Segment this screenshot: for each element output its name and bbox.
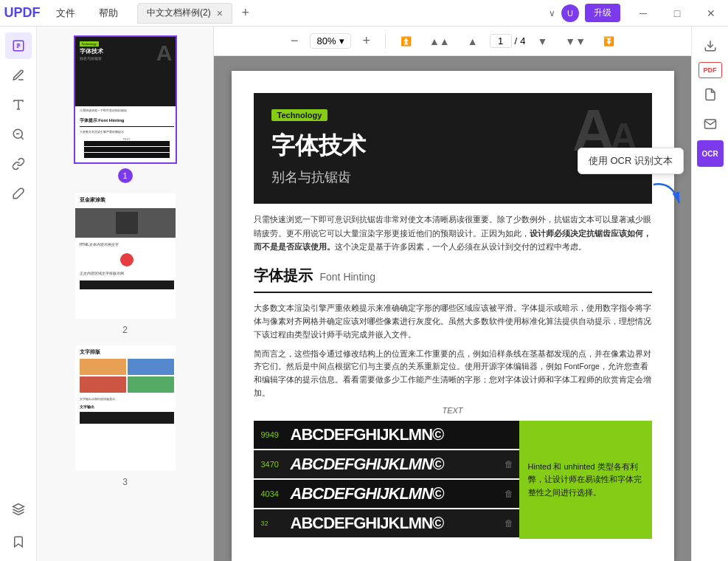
text-label: TEXT bbox=[254, 406, 652, 415]
ocr-label: OCR bbox=[701, 150, 718, 158]
thumbnail-3-number: 3 bbox=[122, 477, 128, 487]
strip-4-icon: 🗑 bbox=[505, 518, 513, 529]
font-info-text: Hinted 和 unhinted 类型各有利弊，让设计师在易读性和字体完整性之… bbox=[528, 461, 643, 500]
strip-4-num: 32 bbox=[261, 520, 291, 527]
titlebar: UPDF 文件 帮助 中文文档样例(2) × + ∨ U 升级 ─ □ ✕ bbox=[0, 0, 728, 27]
sidebar-icon-link[interactable] bbox=[5, 151, 32, 177]
strip-2-num: 3470 bbox=[261, 460, 291, 469]
ocr-tooltip: 使用 OCR 识别文本 bbox=[578, 148, 684, 174]
section-heading: 字体提示 Font Hinting bbox=[254, 266, 652, 286]
download-icon-btn[interactable] bbox=[697, 32, 724, 59]
nav-prev-button[interactable]: ▲ bbox=[462, 32, 484, 50]
page-separator: / bbox=[515, 35, 518, 47]
nav-prev-big-button[interactable]: ▲▲ bbox=[423, 32, 456, 50]
menu-file[interactable]: 文件 bbox=[44, 0, 87, 27]
nav-first-button[interactable]: ⏫ bbox=[395, 33, 417, 49]
zoom-level-text: 80% bbox=[316, 35, 336, 47]
nav-next-big-button[interactable]: ▼▼ bbox=[559, 32, 592, 50]
font-strip-4: 32 ABCDEFGHIJKLMN© 🗑 bbox=[254, 509, 519, 537]
window-controls: U 升级 ─ □ ✕ bbox=[561, 0, 728, 27]
thumbnail-1[interactable]: Technology 字体技术 别名与抗锯齿 A 只需快速浏览一下即可意识到抗锯… bbox=[74, 35, 177, 183]
strip-1-text: ABCDEFGHIJKLMN© bbox=[291, 425, 444, 444]
font-strip-1: 9949 ABCDEFGHIJKLMN© bbox=[254, 421, 519, 449]
zoom-level-selector[interactable]: 80% ▾ bbox=[310, 33, 350, 49]
strip-1-num: 9949 bbox=[261, 430, 291, 439]
ocr-icon-btn[interactable]: OCR bbox=[697, 140, 724, 167]
sidebar-icon-layers[interactable] bbox=[5, 496, 32, 523]
font-demo-area: 9949 ABCDEFGHIJKLMN© 3470 ABCDEFGHIJKLMN… bbox=[254, 421, 652, 539]
minimize-button[interactable]: ─ bbox=[626, 0, 660, 27]
page-indicator: / 4 bbox=[490, 34, 526, 48]
new-tab-button[interactable]: + bbox=[235, 3, 256, 24]
section-title-en: Font Hinting bbox=[320, 271, 375, 283]
menu-help[interactable]: 帮助 bbox=[87, 0, 130, 27]
right-panel: PDF OCR bbox=[691, 27, 728, 561]
tab-bar: 中文文档样例(2) × + ∨ bbox=[130, 3, 561, 24]
mail-icon-btn[interactable] bbox=[697, 111, 724, 137]
strip-2-text: ABCDEFGHIJKLMN© bbox=[291, 455, 444, 474]
ocr-arrow bbox=[650, 177, 687, 214]
body-paragraph-1: 大多数文本渲染引擎严重依赖提示来准确确定字形的哪些区域应该被平滑。字体提示或暗示… bbox=[254, 302, 652, 342]
pdf-convert-icon-btn[interactable]: PDF bbox=[698, 62, 722, 78]
svg-marker-9 bbox=[13, 504, 24, 510]
sidebar-icon-text[interactable] bbox=[5, 92, 32, 118]
thumbnail-2[interactable]: 亚金家涂装 HTML文本内容示例文字 正文内容区域文字排版示例 2 bbox=[74, 192, 177, 335]
sidebar-icon-annotate[interactable] bbox=[5, 62, 32, 89]
content-area: − 80% ▾ + ⏫ ▲▲ ▲ / 4 ▼ ▼▼ ⏬ Te bbox=[214, 27, 691, 561]
strip-3-num: 4034 bbox=[261, 489, 291, 498]
document-tab[interactable]: 中文文档样例(2) × bbox=[137, 3, 232, 24]
close-button[interactable]: ✕ bbox=[694, 0, 728, 27]
font-strip-3: 4034 ABCDEFGHIJKLMN© 🗑 bbox=[254, 480, 519, 508]
intro-paragraph: 只需快速浏览一下即可意识到抗锯齿非常对使文本清晰易读很重要。除了少数例外，抗锯齿… bbox=[254, 213, 652, 254]
intro-section: 只需快速浏览一下即可意识到抗锯齿非常对使文本清晰易读很重要。除了少数例外，抗锯齿… bbox=[254, 204, 652, 254]
strip-2-icon: 🗑 bbox=[505, 459, 513, 469]
file-icon-btn[interactable] bbox=[697, 81, 724, 108]
tab-title: 中文文档样例(2) bbox=[147, 7, 211, 19]
section-divider bbox=[254, 292, 652, 293]
body-paragraph-2: 简而言之，这些指令通过修改结构上的位置来工作重要的点，例如沿样条线在茎基都发现的… bbox=[254, 348, 652, 400]
thumbnail-panel: Technology 字体技术 别名与抗锯齿 A 只需快速浏览一下即可意识到抗锯… bbox=[37, 27, 214, 561]
left-sidebar bbox=[0, 27, 37, 561]
thumbnail-2-number: 2 bbox=[122, 325, 128, 335]
font-strips: 9949 ABCDEFGHIJKLMN© 3470 ABCDEFGHIJKLMN… bbox=[254, 421, 519, 539]
maximize-button[interactable]: □ bbox=[660, 0, 694, 27]
strip-3-text: ABCDEFGHIJKLMN© bbox=[291, 484, 444, 503]
total-pages: 4 bbox=[520, 35, 525, 47]
tab-dropdown-button[interactable]: ∨ bbox=[543, 8, 561, 18]
nav-last-button[interactable]: ⏬ bbox=[597, 33, 620, 49]
sidebar-icon-bookmark[interactable] bbox=[5, 529, 32, 555]
font-info-box: Hinted 和 unhinted 类型各有利弊，让设计师在易读性和字体完整性之… bbox=[519, 421, 652, 539]
strip-3-icon: 🗑 bbox=[505, 489, 513, 499]
main-area: Technology 字体技术 别名与抗锯齿 A 只需快速浏览一下即可意识到抗锯… bbox=[0, 27, 728, 561]
thumbnail-3-image: 文字排版 文字输出示例内容排版显示 文字输出 bbox=[74, 344, 177, 472]
thumbnail-1-image: Technology 字体技术 别名与抗锯齿 A 只需快速浏览一下即可意识到抗锯… bbox=[74, 35, 177, 164]
ocr-tooltip-text: 使用 OCR 识别文本 bbox=[589, 155, 673, 166]
font-strip-2: 3470 ABCDEFGHIJKLMN© 🗑 bbox=[254, 450, 519, 478]
strip-4-text: ABCDEFGHIJKLMN© bbox=[291, 514, 444, 533]
intro-bold-text: 设计师必须决定抗锯齿应该如何，而不是是否应该使用。 bbox=[254, 229, 651, 252]
tab-close-button[interactable]: × bbox=[217, 7, 223, 19]
zoom-out-button[interactable]: − bbox=[285, 30, 305, 52]
nav-next-button[interactable]: ▼ bbox=[531, 32, 553, 50]
thumbnail-3[interactable]: 文字排版 文字输出示例内容排版显示 文字输出 3 bbox=[74, 344, 177, 487]
page-number-input[interactable] bbox=[490, 34, 512, 48]
upgrade-button[interactable]: 升级 bbox=[585, 4, 620, 22]
technology-tag: Technology bbox=[271, 109, 328, 121]
zoom-dropdown-icon: ▾ bbox=[339, 35, 344, 47]
sidebar-icon-stamp[interactable] bbox=[5, 180, 32, 207]
thumbnail-1-number: 1 bbox=[118, 168, 133, 183]
svg-line-7 bbox=[21, 137, 23, 139]
page-content: Technology 字体技术 别名与抗锯齿 A A 只需快速浏览一下即可意识到… bbox=[214, 56, 691, 561]
toolbar-divider-1 bbox=[385, 34, 386, 49]
pdf-page: Technology 字体技术 别名与抗锯齿 A A 只需快速浏览一下即可意识到… bbox=[232, 71, 674, 561]
thumbnail-2-image: 亚金家涂装 HTML文本内容示例文字 正文内容区域文字排版示例 bbox=[74, 192, 177, 320]
menu-bar: 文件 帮助 bbox=[44, 0, 130, 27]
sidebar-icon-edit[interactable] bbox=[5, 32, 32, 59]
avatar: U bbox=[561, 4, 579, 22]
sidebar-icon-minus[interactable] bbox=[5, 121, 32, 148]
toolbar: − 80% ▾ + ⏫ ▲▲ ▲ / 4 ▼ ▼▼ ⏬ bbox=[214, 27, 691, 56]
app-logo: UPDF bbox=[0, 0, 44, 26]
section-title-zh: 字体提示 bbox=[254, 266, 313, 286]
zoom-in-button[interactable]: + bbox=[357, 30, 377, 52]
